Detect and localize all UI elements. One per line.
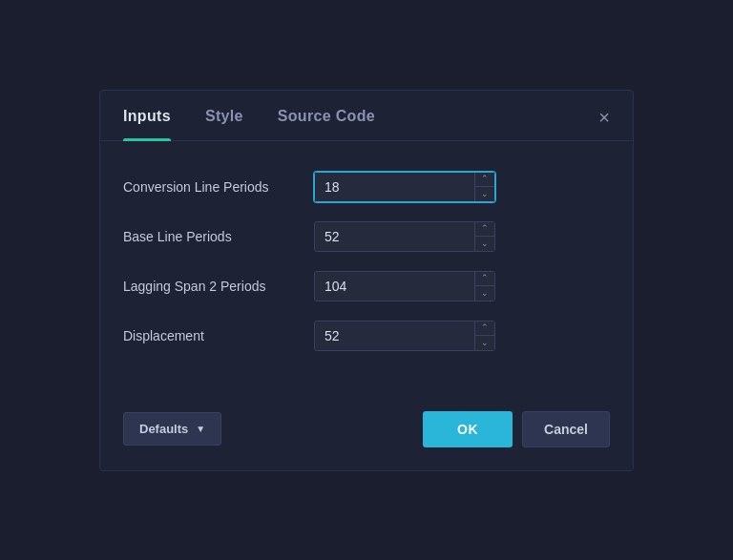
field-row-conversion: Conversion Line Periods ⌃ ⌄ [123,172,610,202]
conversion-line-periods-spinners: ⌃ ⌄ [474,173,494,201]
conversion-line-periods-input-wrapper[interactable]: ⌃ ⌄ [314,172,495,202]
lagging-span-2-periods-label: Lagging Span 2 Periods [123,279,314,294]
tab-style[interactable]: Style [205,108,243,140]
conversion-line-periods-label: Conversion Line Periods [123,179,314,195]
footer-right: OK Cancel [423,411,610,447]
base-line-periods-up[interactable]: ⌃ [475,222,494,238]
field-row-lagging: Lagging Span 2 Periods ⌃ ⌄ [123,271,610,301]
tab-inputs[interactable]: Inputs [123,108,171,140]
field-row-baseline: Base Line Periods ⌃ ⌄ [123,221,610,252]
displacement-spinners: ⌃ ⌄ [474,321,494,350]
conversion-line-periods-input[interactable] [315,173,474,201]
lagging-span-2-periods-up[interactable]: ⌃ [475,272,494,287]
lagging-span-2-periods-input[interactable] [315,272,474,301]
dialog-footer: Defaults ▼ OK Cancel [100,396,633,470]
base-line-periods-input-wrapper[interactable]: ⌃ ⌄ [314,221,495,252]
dialog-header: Inputs Style Source Code × [100,91,633,141]
defaults-label: Defaults [139,422,188,436]
close-button[interactable]: × [595,104,614,131]
defaults-dropdown-icon: ▼ [196,424,205,434]
dialog-content: Conversion Line Periods ⌃ ⌄ Base Line Pe… [100,141,633,396]
base-line-periods-label: Base Line Periods [123,229,314,244]
displacement-input[interactable] [315,321,474,350]
base-line-periods-input[interactable] [315,222,474,251]
defaults-button[interactable]: Defaults ▼ [123,412,221,446]
displacement-up[interactable]: ⌃ [475,321,494,337]
base-line-periods-down[interactable]: ⌄ [475,237,494,251]
cancel-button[interactable]: Cancel [522,411,610,447]
displacement-label: Displacement [123,328,314,343]
ok-button[interactable]: OK [423,411,513,447]
lagging-span-2-periods-down[interactable]: ⌄ [475,286,494,301]
base-line-periods-spinners: ⌃ ⌄ [474,222,494,251]
conversion-line-periods-down[interactable]: ⌄ [475,187,494,201]
dialog: Inputs Style Source Code × Conversion Li… [99,90,634,471]
displacement-input-wrapper[interactable]: ⌃ ⌄ [314,321,495,351]
lagging-span-2-periods-input-wrapper[interactable]: ⌃ ⌄ [314,271,495,301]
field-row-displacement: Displacement ⌃ ⌄ [123,321,610,351]
tab-source-code[interactable]: Source Code [278,108,375,140]
conversion-line-periods-up[interactable]: ⌃ [475,173,494,188]
lagging-span-2-periods-spinners: ⌃ ⌄ [474,272,494,301]
displacement-down[interactable]: ⌄ [475,336,494,350]
